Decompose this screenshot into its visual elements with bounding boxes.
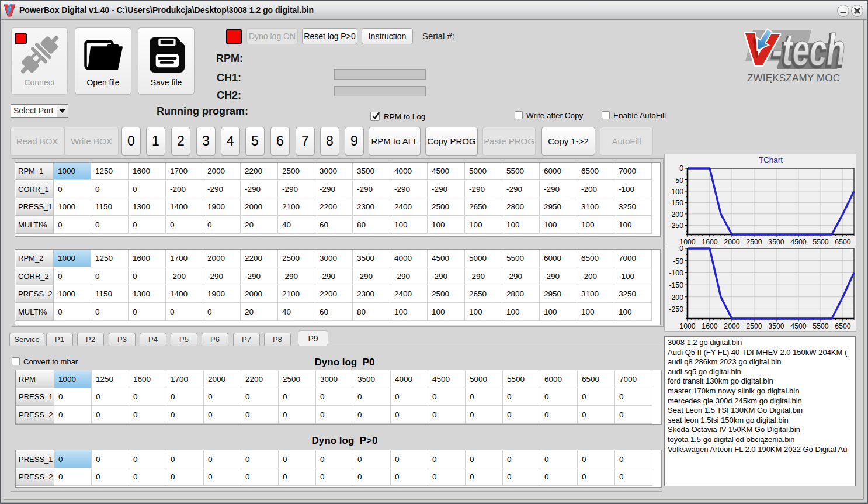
svg-text:5500: 5500: [813, 322, 829, 330]
svg-text:4500: 4500: [790, 238, 807, 245]
svg-text:0: 0: [679, 246, 683, 253]
svg-text:-tech: -tech: [772, 26, 845, 74]
svg-text:1600: 1600: [702, 322, 718, 330]
svg-text:-100: -100: [669, 188, 683, 196]
svg-text:-150: -150: [669, 199, 683, 207]
svg-text:-50: -50: [673, 257, 683, 265]
svg-text:-100: -100: [669, 269, 683, 277]
svg-text:2500: 2500: [746, 322, 762, 330]
svg-text:3500: 3500: [768, 238, 784, 245]
svg-text:TChart: TChart: [759, 156, 783, 164]
svg-text:2000: 2000: [724, 238, 740, 245]
svg-text:1600: 1600: [702, 238, 718, 245]
svg-text:2500: 2500: [746, 238, 762, 245]
svg-text:2000: 2000: [724, 322, 740, 330]
svg-text:-150: -150: [669, 281, 683, 289]
svg-text:0: 0: [679, 164, 683, 172]
svg-text:ZWIĘKSZAMY MOC: ZWIĘKSZAMY MOC: [747, 73, 840, 84]
svg-text:-250: -250: [669, 305, 683, 313]
svg-text:-250: -250: [669, 222, 683, 230]
svg-text:1000: 1000: [679, 322, 696, 330]
svg-text:4500: 4500: [790, 322, 807, 330]
svg-text:-50: -50: [673, 177, 683, 185]
svg-text:5500: 5500: [813, 238, 829, 245]
svg-text:-200: -200: [669, 294, 683, 302]
svg-text:6500: 6500: [835, 322, 851, 330]
svg-text:3500: 3500: [768, 322, 784, 330]
svg-text:-200: -200: [669, 210, 683, 219]
svg-text:6500: 6500: [835, 238, 851, 245]
svg-text:1000: 1000: [679, 238, 696, 245]
